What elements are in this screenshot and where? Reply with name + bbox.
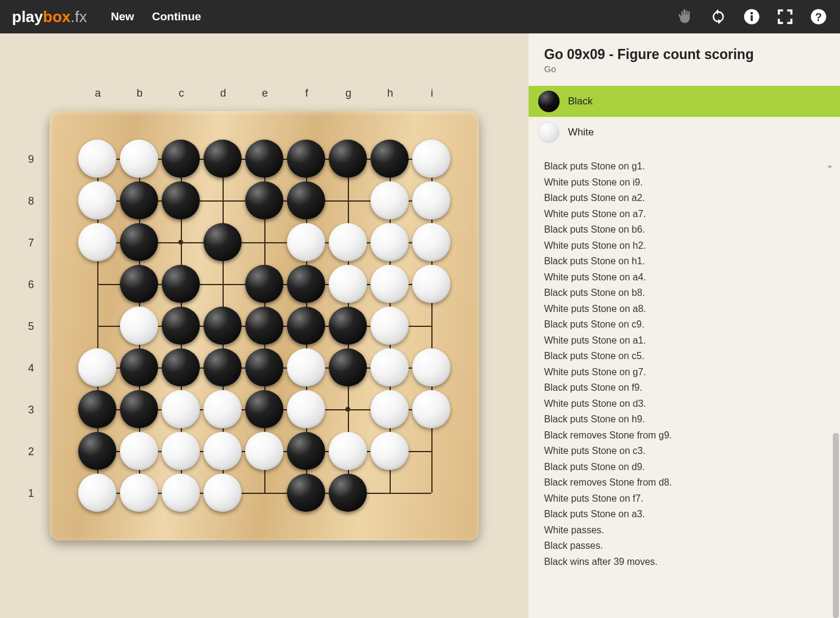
stone-g5[interactable] xyxy=(329,307,367,345)
stone-b2[interactable] xyxy=(120,432,158,470)
stone-d3[interactable] xyxy=(203,390,242,428)
stone-c3[interactable] xyxy=(162,390,200,428)
col-label-b: b xyxy=(119,87,160,100)
stone-e8[interactable] xyxy=(245,181,283,220)
stone-f6[interactable] xyxy=(287,265,325,303)
col-label-f: f xyxy=(286,87,328,100)
log-line: Black puts Stone on b8. xyxy=(544,288,824,298)
stone-e5[interactable] xyxy=(245,307,283,345)
collapse-icon[interactable] xyxy=(824,161,835,172)
stone-b4[interactable] xyxy=(120,348,158,387)
stone-g6[interactable] xyxy=(329,265,367,303)
stone-f4[interactable] xyxy=(287,348,325,387)
log-line: Black puts Stone on b6. xyxy=(544,224,824,235)
stone-d4[interactable] xyxy=(203,348,242,387)
logo-part-play: play xyxy=(12,8,43,26)
stone-h6[interactable] xyxy=(370,265,409,303)
stone-a9[interactable] xyxy=(78,140,116,178)
stone-h7[interactable] xyxy=(370,223,409,261)
stone-f8[interactable] xyxy=(287,181,325,220)
row-label-4: 4 xyxy=(28,347,34,389)
stone-h9[interactable] xyxy=(370,140,409,178)
stone-g4[interactable] xyxy=(329,348,367,387)
fullscreen-icon[interactable] xyxy=(776,7,795,26)
stone-e2[interactable] xyxy=(245,432,283,470)
log-line: Black removes Stone from g9. xyxy=(544,430,824,441)
go-board[interactable] xyxy=(50,111,479,540)
scrollbar-thumb[interactable] xyxy=(833,433,839,618)
refresh-icon[interactable] xyxy=(709,7,728,26)
stone-g1[interactable] xyxy=(329,474,367,512)
stone-b3[interactable] xyxy=(120,390,158,428)
log-line: Black wins after 39 moves. xyxy=(544,557,824,567)
stone-h8[interactable] xyxy=(370,181,409,220)
stone-f3[interactable] xyxy=(287,390,325,428)
stone-d5[interactable] xyxy=(203,307,242,345)
stone-f2[interactable] xyxy=(287,432,325,470)
info-icon[interactable] xyxy=(742,7,761,26)
stone-h2[interactable] xyxy=(370,432,409,470)
svg-rect-1 xyxy=(751,16,753,21)
log-line: White puts Stone on i9. xyxy=(544,177,824,188)
stone-c5[interactable] xyxy=(162,307,200,345)
stone-c2[interactable] xyxy=(162,432,200,470)
stone-e4[interactable] xyxy=(245,348,283,387)
stone-i6[interactable] xyxy=(412,265,450,303)
stone-c4[interactable] xyxy=(162,348,200,387)
game-title: Go 09x09 - Figure count scoring xyxy=(529,47,840,64)
stone-a3[interactable] xyxy=(78,390,116,428)
stone-c1[interactable] xyxy=(162,474,200,512)
stone-a8[interactable] xyxy=(78,181,116,220)
player-row-w[interactable]: White xyxy=(529,117,840,148)
log-line: White passes. xyxy=(544,525,824,536)
stone-h5[interactable] xyxy=(370,307,409,345)
log-line: White puts Stone on a8. xyxy=(544,304,824,314)
player-stone-icon xyxy=(538,122,560,143)
stone-b1[interactable] xyxy=(120,474,158,512)
stone-d7[interactable] xyxy=(203,223,242,261)
stone-h3[interactable] xyxy=(370,390,409,428)
stone-g9[interactable] xyxy=(329,140,367,178)
row-label-1: 1 xyxy=(28,472,34,514)
stone-b9[interactable] xyxy=(120,140,158,178)
stone-f1[interactable] xyxy=(287,474,325,512)
hand-icon[interactable] xyxy=(675,7,694,26)
stone-b8[interactable] xyxy=(120,181,158,220)
stone-a7[interactable] xyxy=(78,223,116,261)
log-line: Black puts Stone on c5. xyxy=(544,351,824,361)
help-icon[interactable]: ? xyxy=(809,7,828,26)
stone-i3[interactable] xyxy=(412,390,450,428)
move-log[interactable]: Black puts Stone on g1.White puts Stone … xyxy=(529,148,840,618)
stone-i4[interactable] xyxy=(412,348,450,387)
stone-c6[interactable] xyxy=(162,265,200,303)
stone-a4[interactable] xyxy=(78,348,116,387)
stone-c9[interactable] xyxy=(162,140,200,178)
player-row-b[interactable]: Black xyxy=(529,86,840,117)
stone-g2[interactable] xyxy=(329,432,367,470)
stone-b7[interactable] xyxy=(120,223,158,261)
log-line: White puts Stone on g7. xyxy=(544,367,824,378)
log-line: Black puts Stone on c9. xyxy=(544,319,824,330)
col-label-c: c xyxy=(160,87,202,100)
stone-f9[interactable] xyxy=(287,140,325,178)
stone-i9[interactable] xyxy=(412,140,450,178)
stone-d2[interactable] xyxy=(203,432,242,470)
stone-e6[interactable] xyxy=(245,265,283,303)
stone-f7[interactable] xyxy=(287,223,325,261)
stone-b6[interactable] xyxy=(120,265,158,303)
stone-f5[interactable] xyxy=(287,307,325,345)
stone-a2[interactable] xyxy=(78,432,116,470)
stone-g7[interactable] xyxy=(329,223,367,261)
stone-e3[interactable] xyxy=(245,390,283,428)
nav-new[interactable]: New xyxy=(111,10,134,23)
stone-d1[interactable] xyxy=(203,474,242,512)
stone-h4[interactable] xyxy=(370,348,409,387)
stone-e9[interactable] xyxy=(245,140,283,178)
nav-continue[interactable]: Continue xyxy=(152,10,201,23)
stone-c8[interactable] xyxy=(162,181,200,220)
stone-b5[interactable] xyxy=(120,307,158,345)
stone-i8[interactable] xyxy=(412,181,450,220)
stone-d9[interactable] xyxy=(203,140,242,178)
stone-i7[interactable] xyxy=(412,223,450,261)
stone-a1[interactable] xyxy=(78,474,116,512)
